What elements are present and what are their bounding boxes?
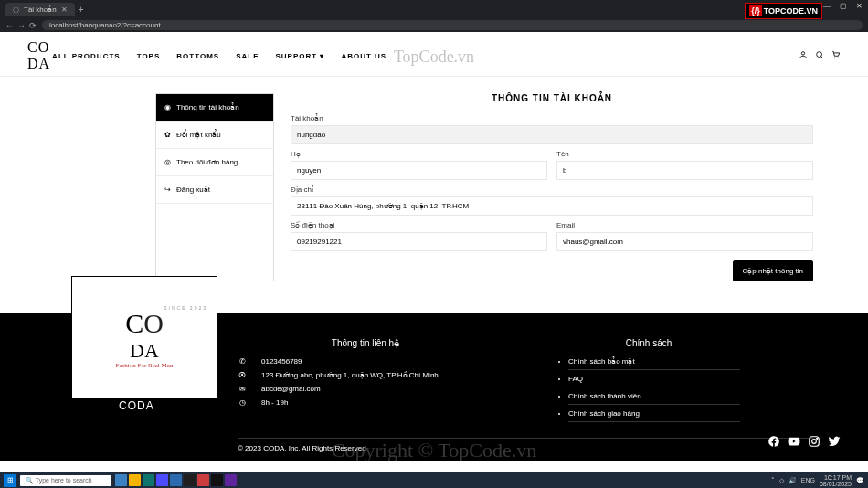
win-minimize[interactable]: — <box>823 2 831 10</box>
label-address: Địa chỉ <box>291 186 813 194</box>
footer-policy-title: Chính sách <box>557 338 740 348</box>
browser-chrome: — ▢ ✕ ◌ Tài khoản ✕ + ← → ⟳ localhost/ba… <box>0 0 868 32</box>
tray-chevron-icon[interactable]: ˄ <box>771 477 775 484</box>
facebook-icon[interactable] <box>767 435 780 451</box>
site-footer: SINCE 2023 CODA Fashion For Real Man COD… <box>0 313 868 461</box>
eye-icon: ◎ <box>164 158 172 166</box>
main-nav: ALL PRODUCTS TOPS BOTTOMS SALE SUPPORT ▾… <box>50 48 799 64</box>
taskbar-app[interactable] <box>225 474 237 486</box>
logo[interactable]: CODA <box>27 39 50 72</box>
copyright: © 2023 CODA, Inc. All Rights Reserved <box>238 438 813 452</box>
logout-icon: ↪ <box>164 186 172 194</box>
taskbar-app[interactable] <box>197 474 209 486</box>
clock-icon: ◷ <box>238 398 247 407</box>
nav-forward-icon[interactable]: → <box>17 21 26 30</box>
windows-taskbar: ⊞ 🔍 Type here to search ˄ ◇ 🔊 ENG 10:17 … <box>0 472 868 488</box>
user-circle-icon: ◉ <box>164 103 172 111</box>
policy-link[interactable]: Chính sách thành viên <box>568 392 740 405</box>
contact-phone: 0123456789 <box>261 357 302 366</box>
nav-tops[interactable]: TOPS <box>135 48 163 64</box>
taskbar-app[interactable] <box>129 474 141 486</box>
email-icon: ✉ <box>238 385 247 393</box>
input-address[interactable] <box>291 196 813 216</box>
account-sidebar: ◉ Thông tin tài khoản ✿ Đổi mật khẩu ◎ T… <box>155 93 274 281</box>
label-email: Email <box>556 221 813 229</box>
phone-icon: ✆ <box>238 357 247 366</box>
input-phone[interactable] <box>291 232 547 251</box>
tray-sound-icon[interactable]: 🔊 <box>789 477 797 484</box>
topcode-watermark: {/}TOPCODE.VN <box>745 3 822 19</box>
social-links <box>767 435 841 451</box>
sidebar-item-account-info[interactable]: ◉ Thông tin tài khoản <box>156 94 273 122</box>
taskbar-app[interactable] <box>211 474 223 486</box>
footer-logo: CODA <box>125 311 164 360</box>
nav-support[interactable]: SUPPORT ▾ <box>273 48 326 64</box>
url-text: localhost/banquanao2/?c=account <box>49 21 161 29</box>
sidebar-label: Thông tin tài khoản <box>176 103 239 111</box>
start-button[interactable]: ⊞ <box>4 474 16 487</box>
tray-lang[interactable]: ENG <box>801 477 815 483</box>
policy-link[interactable]: Chính sách bảo mật <box>568 357 740 370</box>
nav-sale[interactable]: SALE <box>234 48 260 64</box>
tray-time: 10:17 PM <box>820 474 852 481</box>
taskbar-search[interactable]: 🔍 Type here to search <box>20 475 111 486</box>
svg-point-5 <box>812 440 817 444</box>
map-pin-icon: ⦿ <box>238 371 247 379</box>
label-firstname: Tên <box>556 150 813 158</box>
input-firstname[interactable] <box>556 161 813 180</box>
input-lastname[interactable] <box>291 161 547 180</box>
label-username: Tài khoản <box>291 114 813 122</box>
tab-close-icon[interactable]: ✕ <box>61 5 68 14</box>
sidebar-item-change-password[interactable]: ✿ Đổi mật khẩu <box>156 122 273 149</box>
nav-back-icon[interactable]: ← <box>5 21 14 30</box>
panel-title: THÔNG TIN TÀI KHOẢN <box>291 93 813 103</box>
user-icon[interactable] <box>799 50 808 61</box>
win-maximize[interactable]: ▢ <box>840 2 847 10</box>
youtube-icon[interactable] <box>788 435 800 451</box>
win-close[interactable]: ✕ <box>856 2 863 10</box>
label-phone: Số điện thoại <box>291 221 547 229</box>
taskbar-app[interactable] <box>115 474 127 486</box>
footer-tagline: Fashion For Real Man <box>116 362 174 369</box>
policy-link[interactable]: FAQ <box>568 375 740 387</box>
sidebar-item-logout[interactable]: ↪ Đăng xuất <box>156 176 273 204</box>
address-bar[interactable]: localhost/banquanao2/?c=account <box>42 20 863 30</box>
input-email[interactable] <box>556 232 813 251</box>
nav-bottoms[interactable]: BOTTOMS <box>175 48 221 64</box>
search-icon[interactable] <box>815 50 824 61</box>
footer-brand-name: CODA <box>119 399 154 412</box>
sidebar-label: Đăng xuất <box>176 186 210 194</box>
site-header: CODA ALL PRODUCTS TOPS BOTTOMS SALE SUPP… <box>0 32 868 77</box>
contact-hours: 8h - 19h <box>261 398 288 407</box>
submit-button[interactable]: Cập nhật thông tin <box>733 260 813 281</box>
tab-title: Tài khoản <box>24 5 57 14</box>
sidebar-item-orders[interactable]: ◎ Theo dõi đơn hàng <box>156 149 273 176</box>
browser-tab[interactable]: ◌ Tài khoản ✕ <box>5 3 75 16</box>
contact-email: abcde@gmai.com <box>261 385 321 393</box>
nav-all-products[interactable]: ALL PRODUCTS <box>50 48 122 64</box>
svg-point-6 <box>817 438 818 439</box>
tray-notifications-icon[interactable]: 💬 <box>856 477 864 484</box>
twitter-icon[interactable] <box>828 435 841 451</box>
taskbar-app[interactable] <box>170 474 182 486</box>
nav-about[interactable]: ABOUT US <box>339 48 388 64</box>
svg-point-3 <box>838 58 839 58</box>
sidebar-label: Đổi mật khẩu <box>176 131 221 139</box>
contact-address: 123 Đường abc, phường 1, quận WQ, TP.Hồ … <box>261 371 439 379</box>
svg-point-0 <box>801 52 804 55</box>
gear-icon: ✿ <box>164 131 172 139</box>
instagram-icon[interactable] <box>808 435 820 451</box>
cart-icon[interactable] <box>831 50 841 61</box>
new-tab-button[interactable]: + <box>79 5 84 15</box>
policy-link[interactable]: Chính sách giao hàng <box>568 409 740 422</box>
taskbar-app[interactable] <box>156 474 168 486</box>
nav-reload-icon[interactable]: ⟳ <box>29 21 37 30</box>
taskbar-app[interactable] <box>143 474 154 486</box>
input-username <box>291 125 813 144</box>
footer-contact-title: Thông tin liên hệ <box>238 338 493 348</box>
tray-wifi-icon[interactable]: ◇ <box>779 477 784 484</box>
footer-logo-card: SINCE 2023 CODA Fashion For Real Man <box>71 276 217 398</box>
taskbar-app[interactable] <box>184 474 196 486</box>
svg-point-1 <box>817 52 822 58</box>
svg-point-2 <box>834 58 835 58</box>
